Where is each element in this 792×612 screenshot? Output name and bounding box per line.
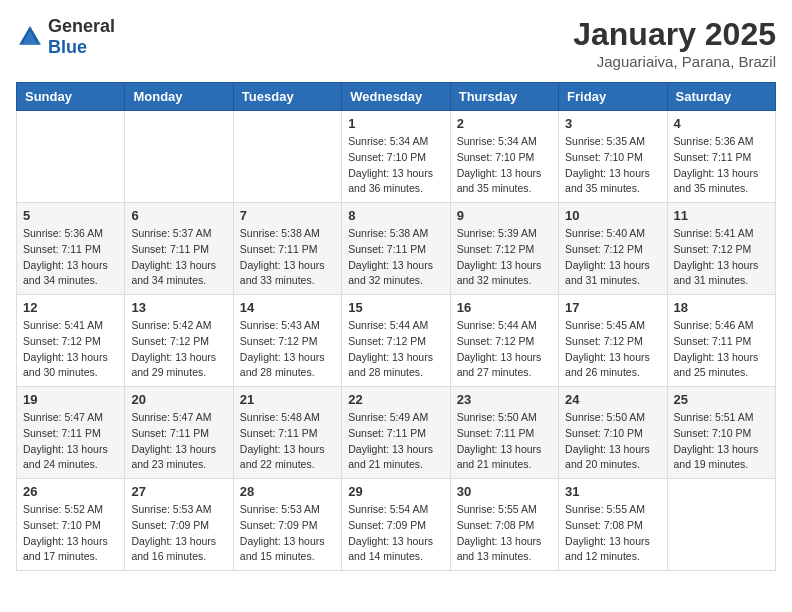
day-info: Sunrise: 5:41 AM Sunset: 7:12 PM Dayligh… <box>674 226 769 289</box>
logo-general: General <box>48 16 115 36</box>
day-of-week-header: Thursday <box>450 83 558 111</box>
day-info: Sunrise: 5:34 AM Sunset: 7:10 PM Dayligh… <box>348 134 443 197</box>
day-info: Sunrise: 5:35 AM Sunset: 7:10 PM Dayligh… <box>565 134 660 197</box>
day-info: Sunrise: 5:36 AM Sunset: 7:11 PM Dayligh… <box>23 226 118 289</box>
day-info: Sunrise: 5:43 AM Sunset: 7:12 PM Dayligh… <box>240 318 335 381</box>
calendar-cell: 31Sunrise: 5:55 AM Sunset: 7:08 PM Dayli… <box>559 479 667 571</box>
calendar-cell: 21Sunrise: 5:48 AM Sunset: 7:11 PM Dayli… <box>233 387 341 479</box>
day-number: 16 <box>457 300 552 315</box>
day-number: 17 <box>565 300 660 315</box>
day-number: 22 <box>348 392 443 407</box>
day-info: Sunrise: 5:41 AM Sunset: 7:12 PM Dayligh… <box>23 318 118 381</box>
day-number: 28 <box>240 484 335 499</box>
day-info: Sunrise: 5:48 AM Sunset: 7:11 PM Dayligh… <box>240 410 335 473</box>
day-info: Sunrise: 5:37 AM Sunset: 7:11 PM Dayligh… <box>131 226 226 289</box>
month-title: January 2025 <box>573 16 776 53</box>
calendar-cell: 19Sunrise: 5:47 AM Sunset: 7:11 PM Dayli… <box>17 387 125 479</box>
calendar-week-row: 5Sunrise: 5:36 AM Sunset: 7:11 PM Daylig… <box>17 203 776 295</box>
calendar-cell: 4Sunrise: 5:36 AM Sunset: 7:11 PM Daylig… <box>667 111 775 203</box>
day-of-week-header: Saturday <box>667 83 775 111</box>
day-info: Sunrise: 5:38 AM Sunset: 7:11 PM Dayligh… <box>240 226 335 289</box>
day-info: Sunrise: 5:50 AM Sunset: 7:11 PM Dayligh… <box>457 410 552 473</box>
day-number: 9 <box>457 208 552 223</box>
day-of-week-header: Wednesday <box>342 83 450 111</box>
calendar-cell: 3Sunrise: 5:35 AM Sunset: 7:10 PM Daylig… <box>559 111 667 203</box>
calendar-cell: 13Sunrise: 5:42 AM Sunset: 7:12 PM Dayli… <box>125 295 233 387</box>
day-info: Sunrise: 5:51 AM Sunset: 7:10 PM Dayligh… <box>674 410 769 473</box>
logo-text: General Blue <box>48 16 115 58</box>
day-number: 13 <box>131 300 226 315</box>
calendar-cell: 7Sunrise: 5:38 AM Sunset: 7:11 PM Daylig… <box>233 203 341 295</box>
day-number: 1 <box>348 116 443 131</box>
calendar-cell: 20Sunrise: 5:47 AM Sunset: 7:11 PM Dayli… <box>125 387 233 479</box>
calendar-cell: 29Sunrise: 5:54 AM Sunset: 7:09 PM Dayli… <box>342 479 450 571</box>
calendar-table: SundayMondayTuesdayWednesdayThursdayFrid… <box>16 82 776 571</box>
day-number: 15 <box>348 300 443 315</box>
location: Jaguariaiva, Parana, Brazil <box>573 53 776 70</box>
calendar-week-row: 19Sunrise: 5:47 AM Sunset: 7:11 PM Dayli… <box>17 387 776 479</box>
day-info: Sunrise: 5:38 AM Sunset: 7:11 PM Dayligh… <box>348 226 443 289</box>
day-info: Sunrise: 5:42 AM Sunset: 7:12 PM Dayligh… <box>131 318 226 381</box>
day-number: 11 <box>674 208 769 223</box>
calendar-cell: 27Sunrise: 5:53 AM Sunset: 7:09 PM Dayli… <box>125 479 233 571</box>
day-number: 14 <box>240 300 335 315</box>
day-number: 2 <box>457 116 552 131</box>
calendar-cell <box>667 479 775 571</box>
calendar-cell: 2Sunrise: 5:34 AM Sunset: 7:10 PM Daylig… <box>450 111 558 203</box>
day-number: 10 <box>565 208 660 223</box>
calendar-cell: 23Sunrise: 5:50 AM Sunset: 7:11 PM Dayli… <box>450 387 558 479</box>
day-info: Sunrise: 5:54 AM Sunset: 7:09 PM Dayligh… <box>348 502 443 565</box>
day-number: 18 <box>674 300 769 315</box>
day-number: 20 <box>131 392 226 407</box>
calendar-cell: 18Sunrise: 5:46 AM Sunset: 7:11 PM Dayli… <box>667 295 775 387</box>
day-info: Sunrise: 5:55 AM Sunset: 7:08 PM Dayligh… <box>457 502 552 565</box>
calendar-cell: 16Sunrise: 5:44 AM Sunset: 7:12 PM Dayli… <box>450 295 558 387</box>
day-number: 31 <box>565 484 660 499</box>
day-number: 21 <box>240 392 335 407</box>
calendar-cell: 15Sunrise: 5:44 AM Sunset: 7:12 PM Dayli… <box>342 295 450 387</box>
calendar-cell: 8Sunrise: 5:38 AM Sunset: 7:11 PM Daylig… <box>342 203 450 295</box>
day-info: Sunrise: 5:50 AM Sunset: 7:10 PM Dayligh… <box>565 410 660 473</box>
calendar-cell: 28Sunrise: 5:53 AM Sunset: 7:09 PM Dayli… <box>233 479 341 571</box>
day-info: Sunrise: 5:46 AM Sunset: 7:11 PM Dayligh… <box>674 318 769 381</box>
calendar-cell: 17Sunrise: 5:45 AM Sunset: 7:12 PM Dayli… <box>559 295 667 387</box>
logo-icon <box>16 23 44 51</box>
calendar-cell <box>233 111 341 203</box>
calendar-cell <box>125 111 233 203</box>
calendar-cell: 6Sunrise: 5:37 AM Sunset: 7:11 PM Daylig… <box>125 203 233 295</box>
calendar-cell: 10Sunrise: 5:40 AM Sunset: 7:12 PM Dayli… <box>559 203 667 295</box>
day-number: 8 <box>348 208 443 223</box>
calendar-cell: 5Sunrise: 5:36 AM Sunset: 7:11 PM Daylig… <box>17 203 125 295</box>
day-number: 30 <box>457 484 552 499</box>
day-number: 12 <box>23 300 118 315</box>
logo: General Blue <box>16 16 115 58</box>
logo-blue: Blue <box>48 37 87 57</box>
calendar-cell: 30Sunrise: 5:55 AM Sunset: 7:08 PM Dayli… <box>450 479 558 571</box>
day-info: Sunrise: 5:49 AM Sunset: 7:11 PM Dayligh… <box>348 410 443 473</box>
calendar-cell: 12Sunrise: 5:41 AM Sunset: 7:12 PM Dayli… <box>17 295 125 387</box>
day-info: Sunrise: 5:39 AM Sunset: 7:12 PM Dayligh… <box>457 226 552 289</box>
calendar-header-row: SundayMondayTuesdayWednesdayThursdayFrid… <box>17 83 776 111</box>
day-number: 29 <box>348 484 443 499</box>
day-info: Sunrise: 5:47 AM Sunset: 7:11 PM Dayligh… <box>23 410 118 473</box>
calendar-cell <box>17 111 125 203</box>
calendar-cell: 26Sunrise: 5:52 AM Sunset: 7:10 PM Dayli… <box>17 479 125 571</box>
day-of-week-header: Monday <box>125 83 233 111</box>
calendar-cell: 9Sunrise: 5:39 AM Sunset: 7:12 PM Daylig… <box>450 203 558 295</box>
day-number: 4 <box>674 116 769 131</box>
day-number: 25 <box>674 392 769 407</box>
day-info: Sunrise: 5:45 AM Sunset: 7:12 PM Dayligh… <box>565 318 660 381</box>
day-number: 6 <box>131 208 226 223</box>
day-info: Sunrise: 5:36 AM Sunset: 7:11 PM Dayligh… <box>674 134 769 197</box>
day-number: 19 <box>23 392 118 407</box>
day-info: Sunrise: 5:53 AM Sunset: 7:09 PM Dayligh… <box>240 502 335 565</box>
day-info: Sunrise: 5:52 AM Sunset: 7:10 PM Dayligh… <box>23 502 118 565</box>
calendar-week-row: 12Sunrise: 5:41 AM Sunset: 7:12 PM Dayli… <box>17 295 776 387</box>
day-info: Sunrise: 5:53 AM Sunset: 7:09 PM Dayligh… <box>131 502 226 565</box>
day-info: Sunrise: 5:55 AM Sunset: 7:08 PM Dayligh… <box>565 502 660 565</box>
day-info: Sunrise: 5:44 AM Sunset: 7:12 PM Dayligh… <box>348 318 443 381</box>
day-of-week-header: Tuesday <box>233 83 341 111</box>
calendar-week-row: 1Sunrise: 5:34 AM Sunset: 7:10 PM Daylig… <box>17 111 776 203</box>
day-number: 5 <box>23 208 118 223</box>
day-number: 3 <box>565 116 660 131</box>
